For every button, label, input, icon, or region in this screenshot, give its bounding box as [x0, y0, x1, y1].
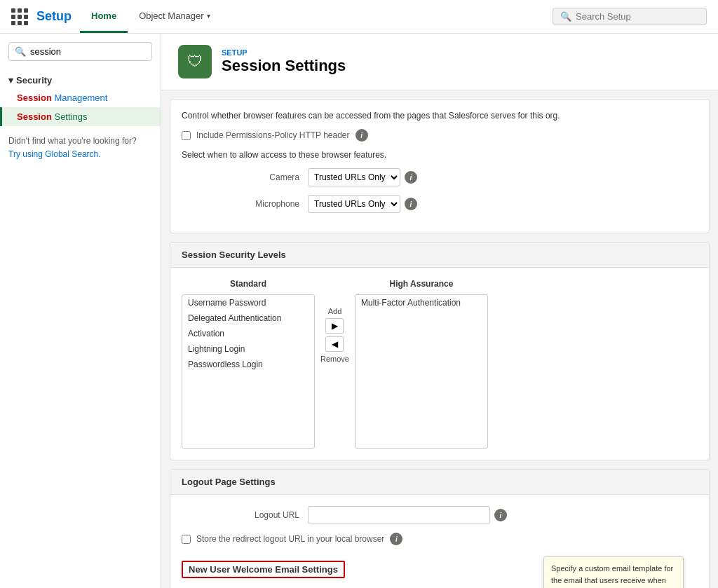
list-item[interactable]: Multi-Factor Authentication — [355, 295, 487, 310]
camera-select[interactable]: Trusted URLs Only All None — [308, 168, 400, 186]
welcome-email-section: New User Welcome Email Settings Specify … — [182, 554, 698, 588]
sidebar-section-security: ▾ Security — [0, 69, 161, 88]
microphone-select[interactable]: Trusted URLs Only All None — [308, 195, 400, 213]
browser-access-description: Select when to allow access to these bro… — [182, 150, 698, 160]
microphone-info-icon[interactable]: i — [405, 198, 417, 210]
list-item[interactable]: Passwordless Login — [182, 357, 314, 372]
sidebar-item-session-management[interactable]: Session Management — [0, 88, 161, 107]
remove-button[interactable]: ◀ — [325, 336, 344, 352]
welcome-email-header: New User Welcome Email Settings — [182, 561, 345, 578]
page-title: Session Settings — [222, 57, 346, 75]
top-bar: Setup Home Object Manager ▾ 🔍 — [0, 0, 718, 34]
browser-features-section: Control whether browser features can be … — [170, 99, 710, 233]
standard-listbox[interactable]: Username Password Delegated Authenticati… — [182, 294, 315, 449]
microphone-label: Microphone — [182, 199, 308, 209]
global-search-bar[interactable]: 🔍 — [553, 8, 707, 25]
microphone-control: Trusted URLs Only All None i — [308, 195, 417, 213]
logout-section-header: Logout Page Settings — [170, 470, 709, 495]
store-redirect-row: Store the redirect logout URL in your lo… — [182, 533, 698, 545]
high-assurance-col: High Assurance Multi-Factor Authenticati… — [355, 279, 488, 449]
header-text: SETUP Session Settings — [222, 48, 346, 75]
content-header: 🛡 SETUP Session Settings — [161, 34, 718, 90]
logout-section: Logout Page Settings Logout URL i Store … — [170, 469, 710, 588]
welcome-email-tooltip: Specify a custom email template for the … — [543, 556, 684, 588]
chevron-down-icon: ▾ — [207, 12, 210, 20]
tab-object-manager[interactable]: Object Manager ▾ — [128, 1, 222, 33]
list-item[interactable]: Username Password — [182, 295, 314, 310]
permissions-policy-info-icon[interactable]: i — [355, 129, 368, 142]
main-layout: 🔍 ▾ Security Session Management Session … — [0, 34, 718, 588]
app-launcher-icon[interactable] — [11, 8, 28, 25]
camera-label: Camera — [182, 172, 308, 182]
remove-label: Remove — [320, 355, 349, 363]
browser-features-body: Control whether browser features can be … — [170, 100, 709, 233]
header-icon: 🛡 — [178, 45, 212, 78]
logout-url-control: i — [308, 506, 507, 524]
setup-label: Setup — [36, 9, 72, 24]
camera-info-icon[interactable]: i — [405, 171, 417, 184]
global-search-link[interactable]: Try using Global Search. — [8, 149, 101, 159]
global-search-input[interactable] — [576, 11, 699, 22]
sidebar: 🔍 ▾ Security Session Management Session … — [0, 34, 161, 588]
levels-grid: Standard Username Password Delegated Aut… — [182, 279, 698, 449]
sidebar-item-session-settings[interactable]: Session Settings — [0, 107, 161, 126]
camera-row: Camera Trusted URLs Only All None i — [182, 168, 698, 186]
logout-url-label: Logout URL — [182, 510, 308, 520]
add-label: Add — [328, 307, 342, 315]
permissions-policy-row: Include Permissions-Policy HTTP header i — [182, 129, 698, 142]
search-icon: 🔍 — [560, 11, 571, 22]
main-content: 🛡 SETUP Session Settings Control whether… — [161, 34, 718, 588]
tab-home[interactable]: Home — [80, 1, 128, 33]
list-item[interactable]: Activation — [182, 326, 314, 341]
sidebar-search-input[interactable] — [30, 46, 146, 57]
high-assurance-label: High Assurance — [390, 279, 454, 289]
session-security-header: Session Security Levels — [170, 242, 709, 268]
permissions-policy-checkbox[interactable] — [182, 131, 191, 140]
nav-tabs: Home Object Manager ▾ — [80, 1, 222, 33]
session-security-body: Standard Username Password Delegated Aut… — [170, 268, 709, 460]
logout-section-body: Logout URL i Store the redirect logout U… — [170, 495, 709, 588]
sidebar-search[interactable]: 🔍 — [8, 42, 152, 61]
camera-control: Trusted URLs Only All None i — [308, 168, 417, 186]
standard-col: Standard Username Password Delegated Aut… — [182, 279, 315, 449]
list-item[interactable]: Delegated Authentication — [182, 310, 314, 326]
top-bar-left: Setup Home Object Manager ▾ — [11, 1, 222, 33]
chevron-down-icon: ▾ — [8, 75, 13, 86]
high-assurance-listbox[interactable]: Multi-Factor Authentication — [355, 294, 488, 449]
logout-url-row: Logout URL i — [182, 506, 698, 524]
sidebar-not-found: Didn't find what you're looking for? Try… — [0, 126, 161, 170]
store-redirect-checkbox[interactable] — [182, 535, 191, 544]
permissions-policy-label: Include Permissions-Policy HTTP header — [196, 130, 350, 140]
standard-label: Standard — [230, 279, 266, 289]
session-security-section: Session Security Levels Standard Usernam… — [170, 242, 710, 460]
store-redirect-label: Store the redirect logout URL in your lo… — [196, 534, 384, 544]
store-redirect-info-icon[interactable]: i — [390, 533, 402, 545]
microphone-row: Microphone Trusted URLs Only All None i — [182, 195, 698, 213]
browser-features-description: Control whether browser features can be … — [182, 111, 698, 121]
list-item[interactable]: Lightning Login — [182, 341, 314, 357]
levels-controls: Add ▶ ◀ Remove — [320, 307, 349, 363]
add-button[interactable]: ▶ — [325, 318, 344, 334]
logout-url-input[interactable] — [308, 506, 490, 524]
sidebar-search-icon: 🔍 — [15, 46, 26, 57]
logout-url-info-icon[interactable]: i — [494, 509, 507, 521]
